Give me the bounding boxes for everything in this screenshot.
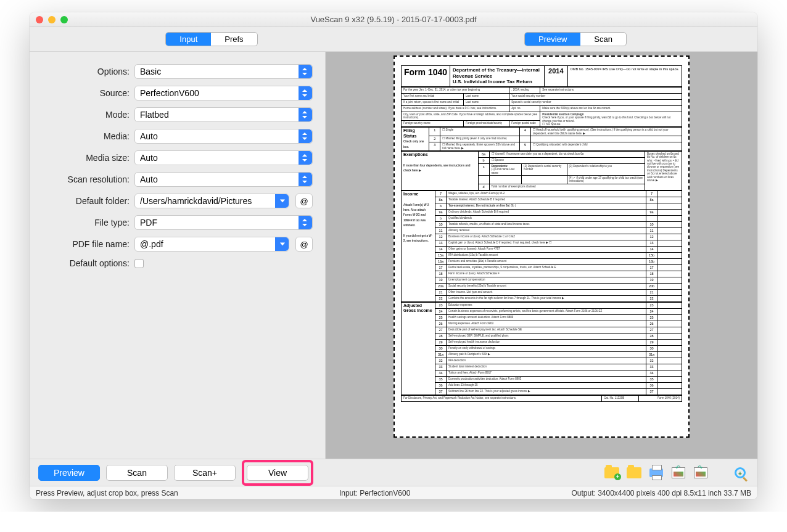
- print-button[interactable]: [648, 465, 665, 480]
- folder-combo[interactable]: /Users/hamrickdavid/Pictures: [134, 194, 289, 208]
- new-folder-button[interactable]: +: [603, 465, 620, 480]
- scanned-document: Form 1040 Department of the Treasury—Int…: [401, 65, 682, 402]
- media-select[interactable]: Auto: [134, 129, 313, 144]
- folder-plus-icon: +: [604, 467, 619, 478]
- open-folder-button[interactable]: [625, 465, 643, 480]
- filetype-label: File type:: [36, 218, 134, 227]
- folder-icon: [627, 467, 641, 478]
- status-right: Output: 3400x4400 pixels 400 dpi 8.5x11 …: [571, 489, 751, 497]
- chevron-updown-icon: [302, 133, 308, 140]
- view-button[interactable]: View: [247, 465, 308, 481]
- rotate-right-button[interactable]: ↷: [692, 465, 709, 480]
- filetype-select[interactable]: PDF: [134, 215, 313, 230]
- view-highlight: View: [242, 460, 313, 486]
- titlebar: VueScan 9 x32 (9.5.19) - 2015-07-17-0003…: [30, 12, 757, 27]
- media-size-label: Media size:: [36, 153, 134, 163]
- tab-input[interactable]: Input: [166, 33, 211, 46]
- tab-scan[interactable]: Scan: [580, 33, 626, 46]
- defaults-label: Default options:: [36, 258, 134, 268]
- app-window: VueScan 9 x32 (9.5.19) - 2015-07-17-0003…: [30, 12, 757, 499]
- status-mid: Input: PerfectionV600: [178, 489, 572, 497]
- options-label: Options:: [36, 67, 134, 76]
- scan-button[interactable]: Scan: [106, 465, 168, 481]
- icon-toolbar: + ↶ ↷ +: [603, 465, 749, 480]
- chevron-updown-icon: [302, 176, 308, 183]
- left-tabs: Input Prefs: [165, 32, 257, 46]
- rotate-right-icon: ↷: [694, 467, 707, 478]
- defaults-checkbox[interactable]: [134, 259, 144, 268]
- crop-box[interactable]: Form 1040 Department of the Treasury—Int…: [394, 55, 690, 438]
- source-label: Source:: [36, 88, 134, 98]
- status-bar: Press Preview, adjust crop box, press Sc…: [30, 486, 757, 499]
- chevron-updown-icon: [302, 111, 308, 118]
- chevron-updown-icon: [302, 219, 308, 226]
- resolution-label: Scan resolution:: [36, 174, 134, 184]
- media-label: Media:: [36, 131, 134, 141]
- magnifier-plus-icon: +: [735, 467, 746, 478]
- action-bar: Preview Scan Scan+ View + ↶ ↷ +: [30, 459, 757, 486]
- tab-prefs[interactable]: Prefs: [211, 33, 257, 46]
- pdfname-combo[interactable]: @.pdf: [134, 237, 289, 252]
- media-size-select[interactable]: Auto: [134, 150, 313, 165]
- chevron-updown-icon: [302, 154, 308, 162]
- rotate-left-button[interactable]: ↶: [670, 465, 687, 480]
- right-tabs: Preview Scan: [524, 32, 627, 46]
- settings-panel: Options: Basic Source: PerfectionV600 Mo…: [30, 52, 326, 459]
- preview-button[interactable]: Preview: [38, 465, 100, 481]
- options-select[interactable]: Basic: [134, 64, 313, 79]
- pdfname-label: PDF file name:: [36, 239, 134, 249]
- mode-label: Mode:: [36, 110, 134, 120]
- preview-panel: Form 1040 Department of the Treasury—Int…: [326, 52, 757, 459]
- tab-preview[interactable]: Preview: [525, 33, 580, 46]
- chevron-down-icon: [280, 243, 285, 246]
- resolution-select[interactable]: Auto: [134, 172, 313, 187]
- rotate-left-icon: ↶: [672, 467, 685, 478]
- pdfname-at-button[interactable]: @: [295, 237, 313, 252]
- printer-icon: [649, 469, 663, 477]
- chevron-updown-icon: [302, 89, 308, 97]
- chevron-updown-icon: [302, 68, 308, 75]
- toolbar: Input Prefs Preview Scan: [30, 27, 757, 52]
- status-left: Press Preview, adjust crop box, press Sc…: [36, 489, 178, 497]
- folder-at-button[interactable]: @: [295, 194, 313, 208]
- source-select[interactable]: PerfectionV600: [134, 86, 313, 100]
- zoom-in-button[interactable]: +: [731, 465, 749, 480]
- scanplus-button[interactable]: Scan+: [174, 465, 236, 481]
- window-title: VueScan 9 x32 (9.5.19) - 2015-07-17-0003…: [30, 15, 757, 24]
- mode-select[interactable]: Flatbed: [134, 107, 313, 122]
- folder-label: Default folder:: [36, 196, 134, 206]
- chevron-down-icon: [280, 200, 285, 203]
